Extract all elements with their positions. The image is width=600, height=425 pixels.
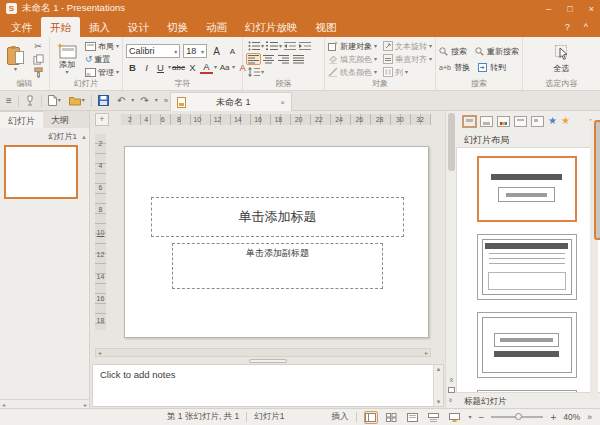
- zoom-slider[interactable]: [491, 416, 543, 418]
- open-file-button[interactable]: ▾: [67, 93, 87, 109]
- manage-slides-button[interactable]: 管理▾: [85, 66, 119, 78]
- close-tab-button[interactable]: ×: [280, 98, 285, 107]
- reading-view-button[interactable]: [406, 411, 420, 424]
- canvas-vscrollbar[interactable]: « «: [445, 111, 456, 408]
- layout-pane-button[interactable]: [463, 116, 476, 127]
- scroll-right-icon[interactable]: ▸: [425, 349, 428, 356]
- increase-font-button[interactable]: A: [210, 45, 223, 58]
- justify-button[interactable]: [291, 53, 306, 65]
- copy-button[interactable]: [30, 53, 46, 65]
- help-button[interactable]: ?: [565, 22, 570, 32]
- collapse-ribbon-button[interactable]: ^: [584, 22, 588, 32]
- new-object-button[interactable]: 新建对象▾: [328, 40, 377, 52]
- notes-view-button[interactable]: [427, 411, 441, 424]
- ruler-origin-button[interactable]: +: [95, 113, 109, 126]
- slide-thumbnail-1[interactable]: [4, 145, 78, 199]
- zoom-out-button[interactable]: −: [479, 412, 485, 423]
- layout-card-section[interactable]: [477, 312, 577, 378]
- layout-list-scrollbar[interactable]: [590, 119, 598, 400]
- italic-button[interactable]: I: [140, 61, 153, 74]
- previous-slide-button[interactable]: «: [447, 378, 455, 382]
- save-button[interactable]: [96, 93, 111, 109]
- browse-object-button[interactable]: [448, 387, 455, 393]
- underline-button[interactable]: U: [154, 61, 167, 74]
- decrease-indent-button[interactable]: [282, 40, 297, 52]
- cut-button[interactable]: ✂: [30, 40, 46, 52]
- replace-button[interactable]: a+b 替换: [439, 61, 470, 74]
- menu-tab-切换[interactable]: 切换: [158, 17, 197, 37]
- paste-button[interactable]: ▾: [3, 40, 28, 78]
- scrollbar-thumb[interactable]: [594, 120, 600, 240]
- scroll-left-icon[interactable]: ◂: [2, 401, 5, 408]
- strikethrough-button[interactable]: abc: [172, 61, 185, 74]
- hand-tool-button[interactable]: [23, 93, 37, 109]
- left-panel-tab-幻灯片[interactable]: 幻灯片: [0, 111, 43, 128]
- animation-pane-button[interactable]: [514, 116, 527, 127]
- align-right-button[interactable]: [276, 53, 291, 65]
- menu-tab-视图[interactable]: 视图: [307, 17, 346, 37]
- bold-button[interactable]: B: [126, 61, 139, 74]
- zoom-in-button[interactable]: +: [550, 412, 556, 423]
- more-commands-button[interactable]: »: [162, 93, 170, 109]
- layout-card-two-content[interactable]: [477, 390, 577, 392]
- splitter-handle-icon[interactable]: [249, 359, 287, 363]
- star-blue-icon[interactable]: ★: [548, 116, 557, 126]
- scrollbar-thumb[interactable]: [448, 113, 455, 171]
- case-button[interactable]: X: [186, 61, 199, 74]
- slide-sorter-view-button[interactable]: [385, 411, 399, 424]
- search-button[interactable]: 搜索: [439, 45, 467, 58]
- menu-tab-插入[interactable]: 插入: [80, 17, 119, 37]
- scroll-up-icon[interactable]: ▲: [81, 134, 87, 140]
- scroll-left-icon[interactable]: ◂: [98, 349, 101, 356]
- font-color-button[interactable]: A: [200, 61, 213, 74]
- redo-button[interactable]: ↷: [138, 93, 150, 109]
- transition-pane-button[interactable]: [531, 116, 544, 127]
- insert-mode[interactable]: 插入: [332, 411, 349, 423]
- menu-tab-幻灯片放映[interactable]: 幻灯片放映: [236, 17, 307, 37]
- notes-splitter[interactable]: [90, 357, 445, 364]
- layout-button[interactable]: 布局▾: [85, 40, 119, 52]
- title-placeholder[interactable]: 单击添加标题: [151, 197, 404, 237]
- bullet-list-button[interactable]: [246, 40, 261, 52]
- layout-card-content[interactable]: [477, 234, 577, 300]
- select-all-button[interactable]: 全选: [546, 45, 578, 74]
- text-rotate-button[interactable]: 文本旋转▾: [383, 40, 432, 52]
- zoom-level[interactable]: 40%: [563, 412, 580, 422]
- slideshow-button[interactable]: [448, 411, 462, 424]
- increase-indent-button[interactable]: [297, 40, 312, 52]
- research-button[interactable]: 重新搜索: [475, 45, 519, 58]
- new-file-button[interactable]: ▾: [46, 93, 63, 109]
- font-size-select[interactable]: 18 ▾: [183, 44, 207, 58]
- fill-color-button[interactable]: 填充颜色▾: [328, 53, 377, 65]
- goto-button[interactable]: 转到: [478, 61, 506, 74]
- scroll-down-icon[interactable]: ▼: [436, 399, 442, 405]
- font-family-select[interactable]: Calibri ▾: [126, 44, 180, 58]
- next-slide-button[interactable]: «: [447, 398, 455, 402]
- add-slide-button[interactable]: 添加 ▾: [53, 40, 81, 78]
- scroll-right-icon[interactable]: ▸: [84, 401, 87, 408]
- slide-editor[interactable]: 单击添加标题 单击添加副标题: [124, 146, 429, 338]
- star-yellow-icon[interactable]: ★: [561, 116, 570, 126]
- align-center-button[interactable]: [261, 53, 276, 65]
- notes-pane[interactable]: Click to add notes ▲ ▼: [92, 364, 444, 407]
- menu-tab-设计[interactable]: 设计: [119, 17, 158, 37]
- undo-button[interactable]: ↶: [115, 93, 127, 109]
- menu-tab-开始[interactable]: 开始: [41, 17, 80, 37]
- reset-slide-button[interactable]: ↺ 重置: [85, 53, 119, 65]
- close-button[interactable]: ×: [589, 4, 594, 14]
- minimize-button[interactable]: –: [546, 4, 551, 14]
- align-left-button[interactable]: [246, 53, 261, 65]
- zoom-slider-knob[interactable]: [515, 413, 522, 420]
- numbered-list-button[interactable]: [264, 40, 279, 52]
- scroll-up-icon[interactable]: ▲: [436, 366, 442, 372]
- maximize-button[interactable]: □: [567, 4, 572, 14]
- vertical-align-button[interactable]: 垂直对齐▾: [383, 53, 432, 65]
- design-pane-button[interactable]: [480, 116, 493, 127]
- left-panel-tab-大纲[interactable]: 大纲: [43, 111, 77, 128]
- fit-to-window-button[interactable]: »: [587, 412, 592, 422]
- menu-tab-动画[interactable]: 动画: [197, 17, 236, 37]
- format-painter-button[interactable]: [30, 66, 46, 78]
- character-spacing-button[interactable]: Aa: [218, 61, 231, 74]
- color-scheme-pane-button[interactable]: [497, 116, 510, 127]
- normal-view-button[interactable]: [364, 411, 378, 424]
